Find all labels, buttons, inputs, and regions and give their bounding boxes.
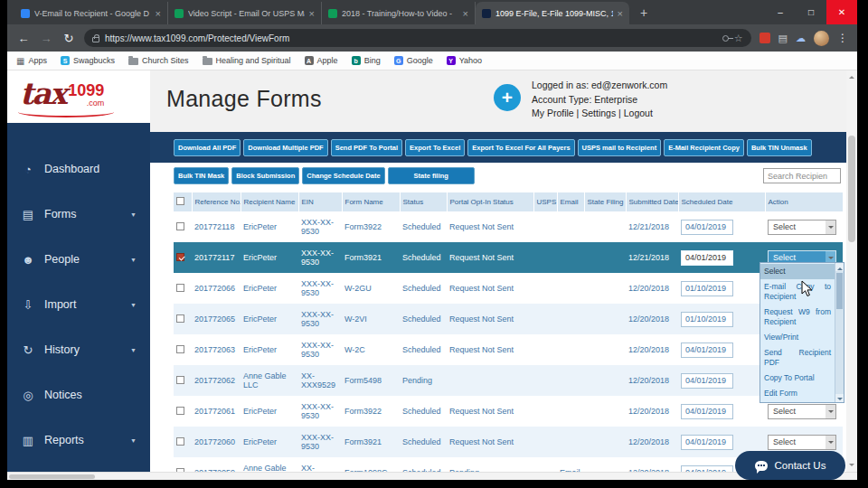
action-select[interactable]: Select: [768, 435, 836, 450]
horizontal-scrollbar-thumb[interactable]: [9, 474, 95, 479]
scheduled-date-value[interactable]: 04/01/2019: [681, 220, 733, 235]
toolbar-button[interactable]: Export To Excel For All Payers: [467, 139, 574, 156]
toolbar-button[interactable]: Download All PDF: [174, 139, 241, 156]
maximize-button[interactable]: □: [796, 0, 826, 24]
scheduled-date-value[interactable]: 04/01/2019: [681, 250, 733, 266]
scheduled-date-value[interactable]: 01/10/2019: [681, 281, 733, 296]
action-menu-item[interactable]: Send Recipient PDF: [760, 345, 835, 371]
account-link[interactable]: My Profile: [532, 108, 574, 118]
table-row[interactable]: 201772118EricPeterXXX-XX-9530Form3922Sch…: [174, 211, 843, 242]
account-link[interactable]: Logout: [624, 108, 653, 118]
sidebar-item-reports[interactable]: ▥Reports▼: [7, 418, 150, 463]
bookmark-item[interactable]: bBing: [352, 56, 381, 65]
contact-us-button[interactable]: Contact Us: [735, 451, 845, 480]
action-menu-item[interactable]: Edit Form: [760, 386, 835, 401]
sidebar-item-people[interactable]: ☻People▼: [7, 237, 150, 282]
scheduled-date-value[interactable]: 01/10/2019: [681, 312, 733, 327]
scroll-up-icon[interactable]: [835, 263, 844, 271]
action-menu-item[interactable]: Copy To Portal: [760, 371, 835, 386]
sidebar-item-import[interactable]: ⇩Import▼: [7, 282, 150, 327]
tab-close-icon[interactable]: ×: [463, 8, 468, 19]
toolbar-button[interactable]: Change Schedule Date: [302, 167, 384, 184]
scheduled-date-value[interactable]: 04/01/2019: [681, 465, 733, 473]
scheduled-date-value[interactable]: 04/01/2019: [681, 373, 733, 389]
action-select[interactable]: Select: [768, 404, 836, 419]
browser-tab[interactable]: 1099 E-File, E-File 1099-MISC, 10×: [476, 2, 629, 24]
row-checkbox[interactable]: [176, 345, 184, 353]
bookmark-item[interactable]: GGoogle: [394, 56, 433, 65]
scroll-down-icon[interactable]: [835, 394, 844, 402]
sidebar-item-history[interactable]: ↻History▼: [7, 327, 150, 372]
row-checkbox[interactable]: [176, 222, 184, 230]
row-checkbox[interactable]: [176, 284, 184, 292]
tab-close-icon[interactable]: ×: [156, 8, 161, 19]
account-link[interactable]: Settings: [581, 108, 616, 118]
row-checkbox[interactable]: [176, 314, 184, 323]
table-row[interactable]: 201772061EricPeterXXX-XX-9530Form3922Sch…: [174, 396, 843, 427]
toolbar-button[interactable]: Block Submission: [231, 167, 299, 184]
bookmark-item[interactable]: YYahoo: [447, 56, 482, 65]
toolbar-button[interactable]: Download Multiple PDF: [243, 139, 327, 156]
minimize-button[interactable]: –: [765, 0, 796, 24]
menu-scrollbar-thumb[interactable]: [836, 273, 843, 309]
action-select[interactable]: Select: [768, 220, 836, 235]
select-all-checkbox[interactable]: [176, 197, 184, 205]
row-checkbox[interactable]: [176, 376, 184, 384]
sidebar-item-dashboard[interactable]: ◔Dashboard: [7, 146, 150, 192]
scheduled-date-value[interactable]: 04/01/2019: [681, 404, 733, 419]
refresh-icon[interactable]: ↻: [61, 32, 76, 45]
row-checkbox[interactable]: [176, 407, 184, 415]
bookmark-item[interactable]: ▦Apps: [16, 56, 47, 66]
close-window-button[interactable]: ✕: [826, 0, 857, 24]
row-checkbox[interactable]: [176, 253, 184, 261]
sidebar-item-notices[interactable]: ◎Notices: [7, 372, 150, 418]
table-row[interactable]: 201772062Anne Gable LLCXX-XXX9529Form549…: [174, 365, 843, 396]
toolbar-button[interactable]: E-Mail Recipient Copy: [664, 139, 744, 156]
table-row[interactable]: 201772117EricPeterXXX-XX-9530Form3921Sch…: [174, 242, 843, 273]
tax1099-logo[interactable]: tax 1099 .com: [7, 70, 150, 123]
tab-close-icon[interactable]: ×: [618, 8, 623, 19]
action-menu-item[interactable]: Select: [760, 264, 835, 279]
browser-tab[interactable]: V-Email to Recipient - Google D×: [14, 2, 168, 24]
action-menu-item[interactable]: E-mail Copy to Recipient: [760, 279, 835, 305]
bookmark-item[interactable]: Healing and Spiritual: [203, 56, 291, 65]
toolbar-button[interactable]: Bulk TIN Unmask: [747, 139, 812, 156]
browser-tab[interactable]: 2018 - Training/How-to Video -×: [322, 2, 476, 24]
scheduled-date-value[interactable]: 04/01/2019: [681, 435, 733, 450]
extension-cloud-icon[interactable]: ☁: [796, 33, 806, 44]
add-form-button[interactable]: +: [494, 84, 521, 111]
toolbar-button[interactable]: Send PDF To Portal: [331, 139, 402, 156]
table-row[interactable]: 201772063EricPeterXXX-XX-9530W-2CSchedul…: [174, 334, 843, 365]
address-bar[interactable]: https://www.tax1099.com/Protected/ViewFo…: [84, 29, 751, 47]
bookmark-item[interactable]: AApple: [305, 56, 338, 65]
menu-scrollbar[interactable]: [835, 263, 844, 402]
extension-page-icon[interactable]: ▤: [778, 33, 788, 44]
forward-icon[interactable]: →: [39, 32, 53, 45]
scheduled-date-value[interactable]: 04/01/2019: [681, 343, 733, 358]
action-menu-item[interactable]: Request W9 from Recipient: [760, 305, 835, 330]
tab-close-icon[interactable]: ×: [309, 8, 315, 19]
browser-menu-icon[interactable]: ⋮: [837, 32, 848, 44]
sidebar-item-forms[interactable]: ▤Forms▼: [7, 192, 150, 237]
vertical-scrollbar-thumb[interactable]: [848, 136, 855, 242]
toolbar-button[interactable]: Bulk TIN Mask: [174, 167, 229, 184]
profile-avatar[interactable]: [814, 31, 829, 46]
browser-tab[interactable]: Video Script - Email Or USPS Ma×: [168, 2, 322, 24]
row-checkbox[interactable]: [176, 437, 184, 446]
bookmark-item[interactable]: SSwagbucks: [61, 56, 115, 65]
toolbar-button[interactable]: USPS mail to Recipient: [578, 139, 662, 156]
action-menu-item[interactable]: View/Print: [760, 330, 835, 345]
search-recipient-input[interactable]: [763, 168, 841, 183]
new-tab-button[interactable]: +: [629, 0, 658, 24]
vertical-scrollbar[interactable]: [846, 70, 857, 472]
horizontal-scrollbar[interactable]: [7, 472, 857, 480]
table-row[interactable]: 201772066EricPeterXXX-XX-9530W-2GUSchedu…: [174, 273, 843, 304]
key-icon[interactable]: [722, 35, 729, 42]
bookmark-item[interactable]: Church Sites: [128, 56, 189, 65]
extension-badge-icon[interactable]: [760, 33, 770, 43]
toolbar-button[interactable]: Export To Excel: [405, 139, 465, 156]
toolbar-button[interactable]: State filing: [388, 167, 475, 184]
table-row[interactable]: 201772065EricPeterXXX-XX-9530W-2VISchedu…: [174, 304, 843, 334]
bookmark-star-icon[interactable]: ☆: [734, 33, 743, 44]
back-icon[interactable]: ←: [16, 32, 31, 45]
